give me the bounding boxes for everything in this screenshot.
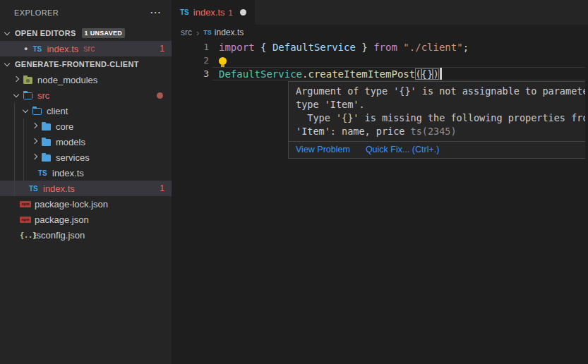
vscode-window: EXPLORER ⋯ OPEN EDITORS 1 UNSAVED ●TSind…: [0, 0, 588, 364]
indent-guide: [14, 150, 15, 165]
open-editors-header[interactable]: OPEN EDITORS 1 UNSAVED: [0, 25, 172, 41]
tree-item-label: package.json: [35, 214, 89, 225]
folder-icon: [41, 136, 52, 147]
tab-bar: TS index.ts 1: [172, 0, 588, 25]
breadcrumb: src › TS index.ts: [172, 25, 588, 40]
indent-guide: [14, 165, 15, 181]
code-line-content: [219, 54, 227, 67]
ts-icon: TS: [203, 29, 212, 36]
npm-icon: npm: [20, 201, 31, 207]
line-number: 3: [172, 68, 209, 79]
folder-icon: [41, 121, 52, 132]
chevron-right-icon: ›: [196, 28, 199, 38]
folder-open-icon: [23, 90, 34, 101]
editor-scrollbar[interactable]: [585, 25, 588, 364]
indent-guide: [14, 181, 15, 196]
tree-item-src-1[interactable]: src: [0, 87, 172, 103]
open-editors-list: ●TSindex.tssrc1: [0, 41, 172, 56]
ts-icon: TS: [29, 185, 43, 193]
tree-item-package-lock-json-8[interactable]: npmpackage-lock.json: [0, 196, 172, 212]
indent-guide: [14, 134, 15, 150]
message-text: 'Item': name, price: [296, 126, 411, 137]
ts-icon: TS: [38, 169, 52, 177]
json-braces-icon: {..}: [20, 231, 34, 239]
tree-item-node-modules-0[interactable]: node_modules: [0, 72, 172, 87]
tab-filename: index.ts: [193, 7, 225, 18]
tree-item-index-ts-6[interactable]: TSindex.ts: [0, 165, 172, 181]
tree-item-label: services: [56, 152, 90, 163]
tree-item-label: index.ts: [43, 183, 75, 194]
folder-npm-icon: [23, 74, 34, 85]
folder-icon: [41, 152, 52, 163]
error-hover-tooltip: Argument of type '{}' is not assignable …: [288, 81, 588, 159]
message-text: Argument of type '{}' is not assignable …: [296, 85, 588, 97]
breadcrumb-item-file[interactable]: index.ts: [215, 28, 244, 37]
code-line-2: 2: [172, 54, 588, 67]
npm-emblem: [26, 79, 30, 83]
code-line-1: 1import { DefaultService } from "./clien…: [172, 40, 588, 54]
error-message-line: Type '{}' is missing the following prope…: [296, 111, 588, 125]
error-message-line: Argument of type '{}' is not assignable …: [296, 85, 588, 98]
tree-item-models-4[interactable]: models: [0, 134, 172, 150]
tree-item-core-3[interactable]: core: [0, 119, 172, 134]
line-number: 2: [172, 55, 209, 66]
tree-item-services-5[interactable]: services: [0, 150, 172, 165]
sidebar-title-bar: EXPLORER ⋯: [0, 0, 172, 25]
folder-open-icon: [32, 105, 43, 116]
code-line-content: import { DefaultService } from "./client…: [219, 40, 469, 54]
open-editor-description: src: [83, 44, 95, 54]
indent-guide: [23, 119, 24, 134]
explorer-sidebar: EXPLORER ⋯ OPEN EDITORS 1 UNSAVED ●TSind…: [0, 0, 172, 364]
project-root-header[interactable]: GENERATE-FRONTEND-CLIENT: [0, 56, 172, 72]
code-token: "./client": [403, 42, 462, 53]
project-root-label: GENERATE-FRONTEND-CLIENT: [15, 60, 139, 68]
tab-index-ts[interactable]: TS index.ts 1: [172, 0, 255, 25]
hover-actions-bar: View Problem Quick Fix... (Ctrl+.): [289, 141, 588, 158]
code-token: }: [356, 42, 373, 53]
open-editors-label: OPEN EDITORS: [15, 29, 76, 37]
tree-item-package-json-9[interactable]: npmpackage.json: [0, 212, 172, 227]
current-line-highlight: [212, 67, 585, 80]
chevron-down-icon: [20, 105, 32, 116]
explorer-title: EXPLORER: [0, 8, 59, 17]
tree-item-label: models: [56, 137, 85, 147]
editor-area: TS index.ts 1 src › TS index.ts 1import …: [172, 0, 588, 364]
chevron-right-icon: [30, 152, 41, 163]
quick-fix-link[interactable]: Quick Fix... (Ctrl+.): [366, 145, 440, 154]
chevron-down-icon: [11, 90, 23, 101]
chevron-down-icon: [2, 28, 13, 39]
message-text: type 'Item'.: [296, 99, 365, 110]
tab-error-count: 1: [229, 8, 233, 17]
more-actions-icon[interactable]: ⋯: [150, 9, 161, 16]
chevron-right-icon: [30, 121, 41, 132]
error-message-line: type 'Item'.: [296, 98, 588, 111]
view-problem-link[interactable]: View Problem: [296, 145, 350, 154]
tree-item-index-ts-7[interactable]: TSindex.ts1: [0, 181, 172, 196]
error-count-badge: 1: [160, 183, 164, 193]
tree-item-client-2[interactable]: client: [0, 103, 172, 119]
diagnostic-code: ts(2345): [411, 126, 457, 137]
tree-item-tsconfig-json-10[interactable]: {..}tsconfig.json: [0, 227, 172, 243]
indent-guide: [23, 165, 24, 181]
open-editor-item-index-ts[interactable]: ●TSindex.tssrc1: [0, 41, 172, 56]
chevron-down-icon: [2, 59, 13, 70]
indent-guide: [23, 150, 24, 165]
code-token: ;: [463, 42, 469, 53]
breadcrumb-item-folder[interactable]: src: [181, 28, 192, 37]
error-message-line: 'Item': name, price ts(2345): [296, 125, 588, 138]
tree-item-label: src: [37, 90, 49, 101]
modified-dot-icon: ●: [24, 45, 28, 52]
tree-item-label: tsconfig.json: [34, 230, 85, 241]
ts-icon: TS: [32, 45, 47, 53]
modified-dot-icon[interactable]: [240, 9, 246, 16]
indent-guide: [23, 134, 24, 150]
npm-icon: npm: [20, 217, 31, 223]
chevron-right-icon: [30, 136, 41, 147]
error-count-badge: 1: [160, 44, 164, 54]
error-message: Argument of type '{}' is not assignable …: [289, 82, 588, 141]
open-editor-filename: index.ts: [47, 44, 78, 54]
code-token: import: [219, 42, 260, 53]
indent-guide: [14, 119, 15, 134]
file-tree: node_modulessrcclientcoremodelsservicesT…: [0, 72, 172, 243]
lightbulb-icon[interactable]: [219, 57, 227, 65]
